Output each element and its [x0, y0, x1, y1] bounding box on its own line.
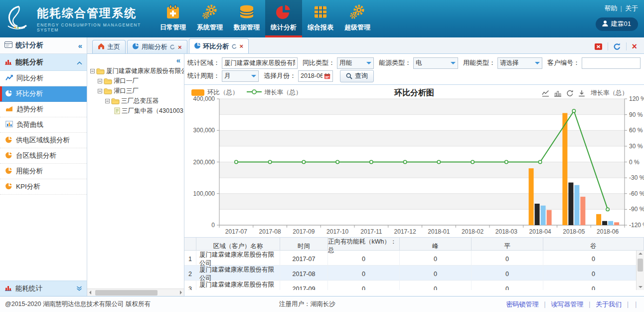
- tree-collapse-icon[interactable]: «: [176, 56, 180, 64]
- filter-label: 统计区域：: [187, 58, 220, 67]
- tab-用能分析[interactable]: 用能分析×: [127, 40, 187, 53]
- filter-row: 统计区域：厦门建霖健康家居股份有限公同比类型：用能能源类型：电用能类型：请选择客…: [187, 56, 641, 69]
- tree-node-灌口三厂[interactable]: 灌口三厂: [89, 86, 182, 96]
- header-links: 帮助|关于: [596, 4, 638, 13]
- svg-text:2017-08: 2017-08: [259, 228, 281, 235]
- sidebar-group-energy-analysis[interactable]: 能耗分析: [0, 54, 87, 71]
- nav-item-统计分析[interactable]: 统计分析: [265, 0, 302, 37]
- table-vertical-scrollbar[interactable]: [636, 251, 644, 290]
- sidebar-title: 统计分析: [15, 41, 43, 50]
- field-value: 厦门建霖健康家居股份有限公: [224, 59, 295, 67]
- footer-link-密码锁管理[interactable]: 密码锁管理: [506, 300, 538, 309]
- nav-item-综合报表[interactable]: 综合报表: [302, 0, 339, 37]
- tree-node-灌口一厂[interactable]: 灌口一厂: [89, 76, 182, 86]
- tree-node-厦门建霖健康家居股份有限公司[interactable]: 厦门建霖健康家居股份有限公司: [89, 66, 182, 76]
- tab-label: 主页: [107, 42, 120, 51]
- sidebar-item-环比分析[interactable]: 环比分析: [0, 86, 87, 102]
- tab-label: 用能分析: [142, 42, 167, 51]
- legend-item-huanbi[interactable]: 环比（总）: [191, 88, 239, 97]
- sidebar-item-label: 供电区域线损分析: [16, 136, 70, 145]
- tree-node-label: 三厂集中器（4301003: [122, 107, 183, 115]
- svg-text:2017-12: 2017-12: [394, 228, 416, 235]
- scroll-left-arrow[interactable]: [89, 291, 91, 295]
- sidebar-item-同比分析[interactable]: 同比分析: [0, 71, 87, 86]
- nav-item-超级管理[interactable]: 超级管理: [339, 0, 376, 37]
- content-area: 统计区域：厦门建霖健康家居股份有限公同比类型：用能能源类型：电用能类型：请选择客…: [184, 54, 644, 296]
- sidebar-item-label: 趋势分析: [16, 105, 43, 114]
- result-table: 区域（客户）名称时间正向有功能耗（kWh）：总峰平谷 1厦门建霖健康家居股份有限…: [184, 237, 644, 290]
- refresh-tab-icon[interactable]: [613, 43, 621, 50]
- scroll-down-arrow[interactable]: [639, 286, 643, 288]
- tab-refresh-icon[interactable]: [232, 44, 237, 49]
- tab-环比分析[interactable]: 环比分析×: [189, 38, 249, 53]
- sidebar-item-负荷曲线[interactable]: 负荷曲线: [0, 117, 87, 133]
- about-link[interactable]: 关于: [625, 4, 638, 12]
- sidebar-item-供电区域线损分析[interactable]: 供电区域线损分析: [0, 133, 87, 148]
- nav-item-日常管理[interactable]: 日常管理: [155, 0, 191, 37]
- tab-close-icon[interactable]: ×: [178, 44, 182, 50]
- tree-expander-icon[interactable]: [98, 79, 102, 83]
- close-all-tabs-icon[interactable]: [594, 43, 603, 50]
- bar-chart-icon[interactable]: [554, 90, 562, 97]
- footer-link-关于我们[interactable]: 关于我们: [596, 300, 622, 309]
- stat-period-select[interactable]: 月: [222, 70, 259, 82]
- tab-refresh-icon[interactable]: [170, 44, 175, 49]
- table-cell: 2017-08: [280, 266, 328, 283]
- field-value: 用能: [339, 59, 352, 67]
- nav-label: 数据管理: [234, 23, 260, 32]
- scrollbar-thumb[interactable]: [95, 290, 158, 296]
- sidebar-item-趋势分析[interactable]: 趋势分析: [0, 102, 87, 117]
- svg-text:-90 %: -90 %: [629, 206, 644, 213]
- sidebar-item-KPI分析[interactable]: KPI分析: [0, 179, 87, 195]
- sidebar-group-energy-statistics[interactable]: 能耗统计: [0, 281, 87, 296]
- footer-trailing-dividers: ｜ ｜: [625, 300, 639, 309]
- usage-type-select[interactable]: 请选择: [497, 57, 542, 69]
- table-row[interactable]: 3厦门建霖健康家居股份有限公司2017-090000: [184, 281, 644, 290]
- tree-node-三厂总变压器[interactable]: 三厂总变压器: [89, 96, 182, 106]
- close-tab-icon[interactable]: ×: [632, 43, 637, 50]
- sidebar-item-台区线损分析[interactable]: 台区线损分析: [0, 148, 87, 164]
- scroll-right-arrow[interactable]: [180, 291, 182, 295]
- restore-icon[interactable]: [566, 90, 574, 97]
- tree-node-三厂集中器（4301003[interactable]: 三厂集中器（4301003: [89, 106, 182, 116]
- table-row[interactable]: 1厦门建霖健康家居股份有限公司2017-070000: [184, 251, 644, 266]
- chevron-up-icon[interactable]: [77, 58, 82, 66]
- tab-主页[interactable]: 主页: [92, 40, 126, 53]
- customer-no-input[interactable]: [582, 57, 641, 69]
- user-badge[interactable]: 建霖01: [596, 17, 638, 31]
- document-icon: [114, 107, 120, 114]
- scrollbar-thumb[interactable]: [638, 259, 643, 272]
- energy-type-select[interactable]: 电: [413, 57, 458, 69]
- download-icon[interactable]: [578, 90, 585, 97]
- calendar-plus-icon: [164, 4, 181, 21]
- filter-label: 统计周期：: [187, 71, 220, 80]
- chevron-double-down-icon[interactable]: [76, 285, 82, 293]
- tree-horizontal-scrollbar[interactable]: [87, 289, 184, 296]
- nav-item-系统管理[interactable]: 系统管理: [191, 0, 228, 37]
- nav-item-数据管理[interactable]: 数据管理: [228, 0, 265, 37]
- chevron-down-icon: [251, 75, 256, 80]
- compare-type-select[interactable]: 用能: [337, 57, 374, 69]
- sidebar-bottom-label: 能耗统计: [15, 284, 42, 293]
- month-picker[interactable]: 2018-06: [298, 70, 333, 82]
- tree-node-label: 厦门建霖健康家居股份有限公司: [106, 67, 184, 75]
- chart-legend: 环比（总） 增长率（总）: [191, 88, 302, 97]
- sidebar-collapse-icon[interactable]: «: [78, 41, 82, 50]
- sidebar-menu: 同比分析环比分析趋势分析负荷曲线供电区域线损分析台区线损分析用能分析KPI分析: [0, 71, 87, 195]
- query-button[interactable]: 查询: [340, 70, 374, 82]
- legend-item-growth-rate[interactable]: 增长率（总）: [247, 88, 302, 97]
- table-cell: 厦门建霖健康家居股份有限公司: [196, 251, 280, 268]
- line-chart-icon[interactable]: [542, 90, 549, 97]
- sidebar-item-用能分析[interactable]: 用能分析: [0, 164, 87, 179]
- scroll-up-arrow[interactable]: [639, 253, 643, 255]
- help-link[interactable]: 帮助: [605, 4, 618, 12]
- table-row[interactable]: 2厦门建霖健康家居股份有限公司2017-080000: [184, 266, 644, 281]
- tree-expander-icon[interactable]: [98, 89, 102, 93]
- tree-expander-icon[interactable]: [105, 99, 110, 103]
- tree-expander-icon[interactable]: [90, 69, 95, 73]
- tab-close-icon[interactable]: ×: [240, 43, 244, 49]
- stat-area-input[interactable]: 厦门建霖健康家居股份有限公: [222, 57, 298, 69]
- svg-text:2018-03: 2018-03: [495, 228, 517, 235]
- footer-link-读写器管理[interactable]: 读写器管理: [551, 300, 583, 309]
- chevron-down-icon: [451, 62, 456, 67]
